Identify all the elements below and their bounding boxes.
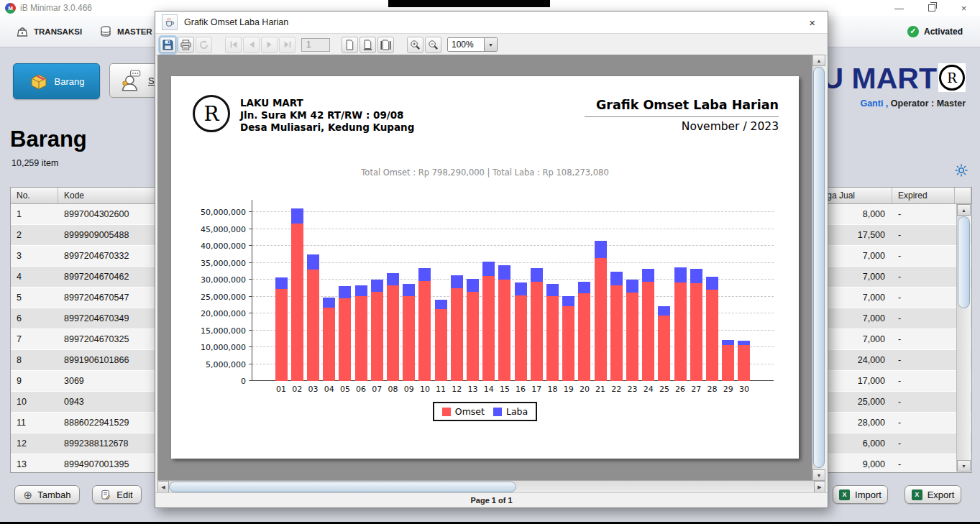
menu-transaksi[interactable]: TRANSAKSI <box>7 21 91 42</box>
fit-page-button[interactable] <box>360 37 376 53</box>
print-button[interactable] <box>178 37 194 53</box>
zoom-in-icon <box>410 40 421 50</box>
x-tick-label: 27 <box>687 385 705 394</box>
fit-page-icon <box>362 40 373 50</box>
cell-no: 5 <box>11 288 58 308</box>
y-tick <box>249 211 252 212</box>
scroll-up-button[interactable]: ▲ <box>812 55 825 66</box>
bar-omset <box>610 285 623 381</box>
dialog-close-button[interactable]: × <box>803 15 821 30</box>
x-tick-label: 21 <box>592 385 609 394</box>
scroll-right-button[interactable]: ▶ <box>814 481 825 493</box>
zoom-in-button[interactable] <box>407 37 423 53</box>
zoom-level-combo[interactable]: 100% ▼ <box>447 37 498 52</box>
bar-omset <box>690 283 702 381</box>
dialog-horizontal-scrollbar[interactable]: ◀ ▶ <box>157 480 825 493</box>
minimize-button[interactable]: — <box>883 0 915 16</box>
chart-x-axis-labels: 0102030405060708091011121314151617181920… <box>252 385 774 395</box>
restore-button[interactable] <box>915 0 948 16</box>
bar-laba <box>323 298 335 308</box>
bar-omset <box>435 309 447 381</box>
close-button[interactable]: × <box>948 0 980 16</box>
actual-size-button[interactable] <box>342 37 358 53</box>
actual-size-icon <box>344 40 355 50</box>
x-tick-label: 28 <box>704 385 721 394</box>
menu-master[interactable]: MASTER <box>91 21 161 42</box>
scroll-left-button[interactable]: ◀ <box>157 481 169 493</box>
edit-button[interactable]: Edit <box>92 485 142 504</box>
operator-label: Operator : Master <box>891 98 966 109</box>
bar-omset <box>418 281 431 381</box>
x-tick-label: 11 <box>432 385 449 394</box>
bar-laba <box>498 265 510 280</box>
printer-icon <box>180 40 191 50</box>
x-tick-label: 18 <box>544 385 562 394</box>
item-count: 10,259 item <box>12 158 58 168</box>
export-button[interactable]: X Export <box>905 485 961 504</box>
zoom-out-button[interactable] <box>425 37 441 53</box>
company-address-1: Jln. Sura KM 42 RT/RW : 09/08 <box>240 109 414 121</box>
bar-omset <box>546 296 559 381</box>
last-page-button[interactable] <box>279 37 296 53</box>
scroll-down-button[interactable]: ▼ <box>957 460 971 472</box>
last-page-icon <box>283 40 293 50</box>
bar-omset <box>307 270 319 381</box>
y-tick-label: 10,000,000 <box>201 343 246 352</box>
gridline <box>252 262 774 263</box>
bar-omset <box>531 282 543 381</box>
refresh-icon <box>198 40 209 50</box>
dialog-toolbar: 1 100% ▼ <box>155 34 828 56</box>
combo-dropdown-button[interactable]: ▼ <box>484 38 497 51</box>
gear-icon[interactable] <box>954 163 968 178</box>
header-no[interactable]: No. <box>11 188 58 203</box>
check-circle-icon: ✓ <box>907 26 919 37</box>
scrollbar-thumb[interactable] <box>813 67 825 468</box>
next-page-button[interactable] <box>261 37 278 53</box>
x-tick-label: 30 <box>736 385 753 394</box>
x-tick-label: 15 <box>496 385 513 394</box>
fit-width-button[interactable] <box>377 37 394 53</box>
chart-y-axis-labels: 05,000,00010,000,00015,000,00020,000,000… <box>171 200 246 381</box>
cell-expired: - <box>892 267 955 287</box>
bar-laba <box>562 296 574 306</box>
report-period: November / 2023 <box>585 120 779 133</box>
page-number-field[interactable]: 1 <box>301 38 330 52</box>
ganti-link[interactable]: Ganti , <box>860 98 888 109</box>
table-vertical-scrollbar[interactable]: ▲ ▼ <box>956 204 971 472</box>
bar-omset <box>387 285 399 381</box>
x-tick-label: 13 <box>464 385 482 394</box>
barang-nav-button[interactable]: Barang <box>13 63 100 99</box>
report-viewport: R LAKU MART Jln. Sura KM 42 RT/RW : 09/0… <box>157 55 825 481</box>
x-tick-label: 12 <box>448 385 465 394</box>
scroll-up-button[interactable]: ▲ <box>957 204 971 216</box>
report-title-block: Grafik Omset Laba Harian November / 2023 <box>585 98 779 133</box>
previous-page-button[interactable] <box>243 37 260 53</box>
x-tick-label: 02 <box>288 385 306 394</box>
excel-icon: X <box>912 489 922 500</box>
header-filler <box>955 188 971 203</box>
brand-logo: R <box>938 63 966 92</box>
save-button[interactable] <box>160 37 176 53</box>
dialog-titlebar[interactable]: Grafik Omset Laba Harian × <box>155 12 828 34</box>
cell-expired: - <box>892 308 955 328</box>
first-page-button[interactable] <box>225 37 242 53</box>
y-tick <box>249 346 252 347</box>
x-tick-label: 20 <box>576 385 593 394</box>
x-tick-label: 16 <box>512 385 529 394</box>
legend-label: Laba <box>506 406 528 417</box>
dialog-vertical-scrollbar[interactable]: ▲ ▼ <box>812 55 825 481</box>
cell-expired: - <box>892 413 955 433</box>
java-coffee-icon <box>162 14 178 30</box>
next-page-icon <box>265 40 275 50</box>
tambah-button[interactable]: ⊕ Tambah <box>14 485 80 504</box>
cell-expired: - <box>892 204 955 224</box>
scrollbar-thumb[interactable] <box>958 216 970 308</box>
import-button[interactable]: X Import <box>833 485 888 504</box>
cell-expired: - <box>892 246 955 266</box>
scroll-down-button[interactable]: ▼ <box>812 469 825 481</box>
scrollbar-thumb[interactable] <box>169 482 516 492</box>
y-tick <box>249 364 252 364</box>
bar-laba <box>482 262 495 276</box>
header-expired[interactable]: Expired <box>892 188 955 203</box>
reload-button[interactable] <box>196 37 212 53</box>
